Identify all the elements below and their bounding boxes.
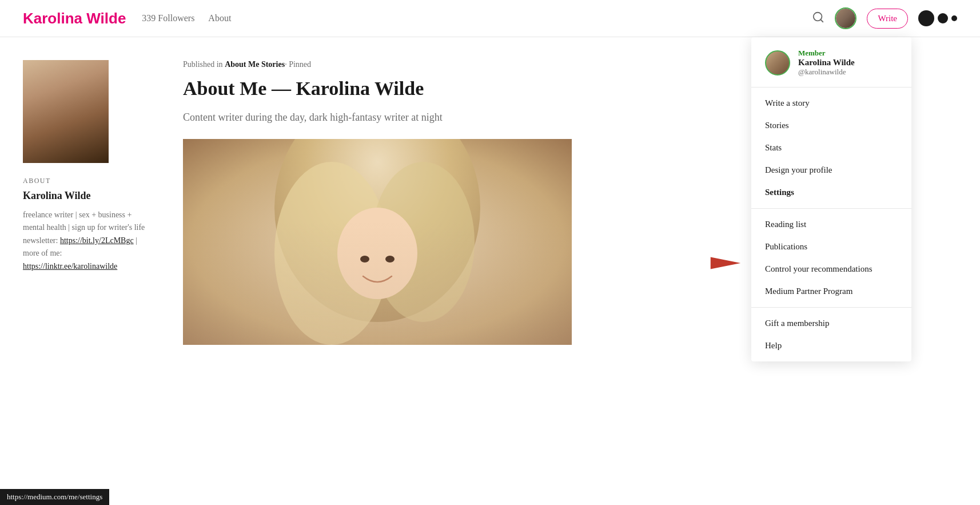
dropdown-partner-program[interactable]: Medium Partner Program	[751, 280, 911, 303]
followers-link[interactable]: 339 Followers	[142, 13, 194, 23]
user-avatar[interactable]	[835, 7, 856, 29]
article-subtitle: Content writer during the day, dark high…	[183, 110, 572, 125]
svg-marker-9	[711, 257, 741, 269]
dropdown-help[interactable]: Help	[751, 335, 911, 345]
medium-logo-circle-large	[918, 10, 934, 26]
sidebar-bio-link1[interactable]: https://bit.ly/2LcMBgc	[60, 236, 134, 245]
dropdown-user-section: Member Karolina Wilde @karolinawilde	[751, 37, 911, 88]
header-nav: 339 Followers About	[142, 13, 231, 23]
medium-logo-circle-medium	[938, 13, 948, 23]
sidebar-author-name: Karolina Wilde	[23, 190, 149, 202]
arrow-indicator	[706, 252, 746, 275]
article-pinned: · Pinned	[285, 60, 311, 69]
dropdown-user-name: Karolina Wilde	[798, 58, 855, 67]
dropdown-section-3: Gift a membership Help	[751, 308, 911, 345]
dropdown-member-label: Member	[798, 49, 855, 58]
about-label: ABOUT	[23, 177, 149, 185]
sidebar-avatar-image	[23, 60, 109, 163]
dropdown-avatar	[765, 50, 790, 75]
header-right: Write	[812, 7, 957, 29]
sidebar-bio: freelance writer | sex + business + ment…	[23, 209, 149, 273]
article-area: Published in About Me Stories· Pinned Ab…	[183, 60, 572, 345]
dropdown-control-recommendations[interactable]: Control your recommendations	[751, 258, 911, 280]
dropdown-section-1: Write a story Stories Stats Design your …	[751, 88, 911, 209]
dropdown-design-profile[interactable]: Design your profile	[751, 159, 911, 181]
dropdown-stats[interactable]: Stats	[751, 137, 911, 159]
article-meta: Published in About Me Stories· Pinned	[183, 60, 572, 69]
dropdown-write-story[interactable]: Write a story	[751, 92, 911, 114]
dropdown-user-handle: @karolinawilde	[798, 67, 855, 77]
dropdown-reading-list[interactable]: Reading list	[751, 213, 911, 236]
dropdown-settings[interactable]: Settings	[751, 181, 911, 204]
about-link[interactable]: About	[208, 13, 231, 23]
dropdown-user-info: Member Karolina Wilde @karolinawilde	[798, 49, 855, 77]
article-image-overlay	[183, 221, 572, 345]
medium-logo	[918, 10, 957, 26]
dropdown-publications[interactable]: Publications	[751, 236, 911, 258]
dropdown-section-2: Reading list Publications Control your r…	[751, 209, 911, 308]
dropdown-gift-membership[interactable]: Gift a membership	[751, 312, 911, 335]
header: Karolina Wilde 339 Followers About Write	[0, 0, 980, 37]
medium-logo-circle-small	[951, 15, 957, 21]
dropdown-stories[interactable]: Stories	[751, 114, 911, 137]
search-icon[interactable]	[812, 11, 824, 26]
article-title: About Me — Karolina Wilde	[183, 77, 572, 101]
svg-line-1	[821, 19, 823, 22]
sidebar-bio-link2[interactable]: https://linktr.ee/karolinawilde	[23, 262, 117, 271]
main-content: ABOUT Karolina Wilde freelance writer | …	[0, 37, 686, 345]
article-publication: About Me Stories	[225, 60, 285, 69]
dropdown-menu: Member Karolina Wilde @karolinawilde Wri…	[751, 37, 911, 345]
site-logo[interactable]: Karolina Wilde	[23, 10, 126, 27]
write-button[interactable]: Write	[867, 9, 908, 29]
sidebar: ABOUT Karolina Wilde freelance writer | …	[23, 60, 149, 345]
article-image	[183, 139, 572, 345]
